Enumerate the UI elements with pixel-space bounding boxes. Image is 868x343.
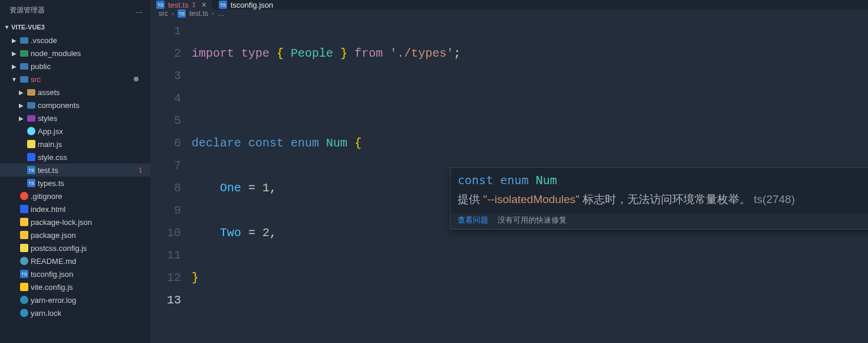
- close-icon[interactable]: ×: [202, 0, 206, 9]
- chevron-right-icon: ›: [212, 9, 214, 18]
- line-number: 10: [150, 222, 181, 244]
- file-item-packagelockjson[interactable]: package-lock.json: [0, 215, 150, 228]
- fi-css-icon: [19, 205, 29, 213]
- tree-item-label: tsconfig.json: [31, 270, 73, 279]
- breadcrumb-folder[interactable]: src: [159, 9, 168, 18]
- view-problem-link[interactable]: 查看问题: [458, 214, 488, 226]
- line-number: 13: [150, 289, 181, 312]
- tree-item-label: package.json: [31, 231, 76, 240]
- folder-item-nodemodules[interactable]: ▶node_modules: [0, 47, 150, 60]
- brace: }: [192, 271, 199, 285]
- file-item-packagejson[interactable]: package.json: [0, 228, 150, 241]
- semi: ;: [453, 47, 461, 60]
- chevron-icon: ▶: [9, 50, 19, 57]
- tree-item-label: main.js: [38, 140, 62, 149]
- file-item-appjsx[interactable]: App.jsx: [0, 125, 150, 138]
- kw-import: import: [192, 47, 234, 60]
- file-item-tsconfigjson[interactable]: TStsconfig.json: [0, 267, 150, 280]
- breadcrumbs[interactable]: src › TS test.ts › …: [150, 9, 868, 18]
- eq: =: [241, 181, 262, 195]
- fi-css-icon: [26, 153, 37, 161]
- chevron-icon: ▶: [17, 102, 26, 109]
- tree-item-label: index.html: [31, 205, 65, 214]
- breadcrumb-symbol[interactable]: …: [218, 9, 225, 18]
- file-item-stylecss[interactable]: style.css: [0, 151, 150, 164]
- ts-file-icon: TS: [219, 1, 227, 9]
- number: 1: [262, 181, 269, 195]
- chevron-icon: ▶: [9, 37, 19, 44]
- line-number: 9: [150, 200, 181, 222]
- project-name: VITE-VUE3: [11, 24, 45, 31]
- comma: ,: [269, 226, 277, 240]
- line-number: 2: [150, 43, 181, 65]
- fi-vite-icon: [19, 283, 29, 291]
- tree-item-label: yarn.lock: [31, 309, 61, 318]
- folder-item-components[interactable]: ▶components: [0, 99, 150, 112]
- error-count-badge: 1: [139, 166, 142, 174]
- file-item-yarnlock[interactable]: yarn.lock: [0, 306, 150, 319]
- tab-testts[interactable]: TStest.ts1×: [150, 0, 213, 9]
- chevron-icon: ▼: [9, 76, 19, 83]
- file-item-yarnerrorlog[interactable]: yarn-error.log: [0, 293, 150, 306]
- chevron-icon: ▶: [9, 63, 19, 70]
- enum-member: Two: [220, 226, 241, 240]
- file-item-postcssconfigjs[interactable]: postcss.config.js: [0, 241, 150, 254]
- folder-item-vscode[interactable]: ▶.vscode: [0, 34, 150, 47]
- tree-item-label: style.css: [38, 153, 67, 162]
- line-number: 7: [150, 155, 181, 177]
- file-item-mainjs[interactable]: main.js: [0, 138, 150, 151]
- file-item-readmemd[interactable]: README.md: [0, 254, 150, 267]
- error-hover-tooltip: const enum Num 提供 "--isolatedModules" 标志…: [450, 167, 868, 230]
- tree-item-label: node_modules: [31, 49, 81, 58]
- ts-file-icon: TS: [156, 1, 165, 9]
- fi-folder-icon: [19, 63, 29, 70]
- file-item-gitignore[interactable]: .gitignore: [0, 190, 150, 202]
- fi-assets-icon: [26, 89, 37, 96]
- breadcrumb-file[interactable]: test.ts: [189, 9, 208, 18]
- file-tree: ▶.vscode▶node_modules▶public▼src▶assets▶…: [0, 34, 150, 319]
- hover-message: 提供 "--isolatedModules" 标志时，无法访问环境常量枚举。 t…: [451, 190, 868, 213]
- tab-label: tsconfig.json: [231, 1, 273, 9]
- file-item-typests[interactable]: TStypes.ts: [0, 177, 150, 190]
- explorer-header: 资源管理器 …: [0, 0, 150, 21]
- tree-item-label: components: [38, 101, 80, 110]
- tree-item-label: vite.config.js: [31, 283, 73, 292]
- tab-tsconfigjson[interactable]: TStsconfig.json: [213, 0, 280, 9]
- tree-item-label: .vscode: [31, 36, 57, 45]
- kw-const: const: [248, 136, 284, 150]
- fi-ts-icon: TS: [26, 179, 37, 187]
- tree-item-label: src: [31, 75, 41, 84]
- fi-md-icon: [19, 257, 29, 265]
- fi-git-icon: [19, 192, 29, 200]
- line-number: 3: [150, 65, 181, 87]
- file-item-testts[interactable]: TStest.ts1: [0, 164, 150, 177]
- tab-error-badge: 1: [192, 1, 196, 8]
- hover-signature: const enum Num: [451, 168, 868, 190]
- tree-item-label: types.ts: [38, 179, 64, 188]
- folder-item-src[interactable]: ▼src: [0, 73, 150, 86]
- folder-item-public[interactable]: ▶public: [0, 60, 150, 73]
- project-header[interactable]: ▸ VITE-VUE3: [0, 21, 150, 34]
- kw-enum: enum: [291, 136, 319, 150]
- fi-folder-o-icon: [19, 76, 29, 83]
- brace: }: [340, 47, 347, 60]
- editor-group: TStest.ts1×TStsconfig.json src › TS test…: [150, 0, 868, 343]
- editor-tabs: TStest.ts1×TStsconfig.json: [150, 0, 868, 9]
- file-item-viteconfigjs[interactable]: vite.config.js: [0, 280, 150, 293]
- more-actions-icon[interactable]: …: [136, 6, 143, 15]
- kw-from: from: [354, 47, 383, 60]
- tree-item-label: public: [31, 62, 51, 71]
- brace: {: [277, 47, 284, 60]
- eq: =: [241, 226, 262, 240]
- tree-item-label: App.jsx: [38, 127, 63, 136]
- modified-dot-icon: [134, 77, 139, 81]
- file-item-indexhtml[interactable]: index.html: [0, 202, 150, 215]
- line-number: 8: [150, 177, 181, 200]
- tree-item-label: test.ts: [38, 166, 58, 175]
- fi-json-icon: [19, 231, 29, 239]
- chevron-right-icon: ›: [172, 9, 174, 18]
- type-people: People: [291, 47, 333, 60]
- line-number: 6: [150, 132, 181, 155]
- folder-item-styles[interactable]: ▶styles: [0, 112, 150, 125]
- folder-item-assets[interactable]: ▶assets: [0, 86, 150, 99]
